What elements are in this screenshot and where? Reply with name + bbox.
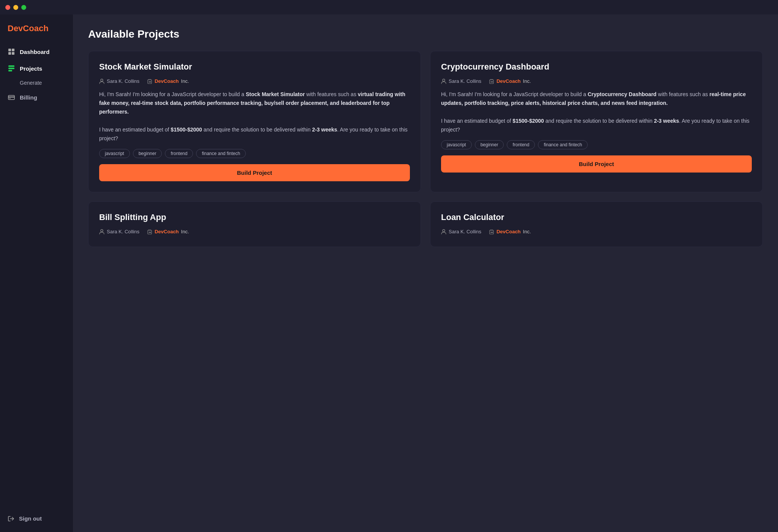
card-company: DevCoach Inc. (489, 78, 531, 84)
card-author: Sara K. Collins (99, 78, 139, 84)
card-author: Sara K. Collins (99, 228, 139, 234)
person-icon (99, 228, 104, 234)
company-brand: DevCoach (155, 78, 179, 84)
page-title: Available Projects (88, 28, 763, 40)
svg-rect-25 (492, 232, 493, 233)
grid-icon (8, 48, 15, 55)
svg-rect-24 (491, 232, 492, 233)
svg-point-18 (101, 230, 103, 232)
svg-rect-21 (150, 232, 151, 233)
budget-middle: and require the solution to be delivered… (544, 118, 654, 124)
person-icon (441, 78, 446, 84)
project-card-loan-calculator: Loan Calculator Sara K. Collins (430, 201, 763, 247)
card-body: Hi, I'm Sarah! I'm looking for a JavaScr… (99, 90, 410, 143)
building-icon (489, 78, 494, 84)
sidebar-item-dashboard[interactable]: Dashboard (0, 44, 73, 59)
tag-javascript: javascript (99, 149, 130, 158)
budget-amount: $1500-$2000 (171, 127, 202, 133)
author-name: Sara K. Collins (107, 78, 139, 84)
tag-frontend: frontend (165, 149, 193, 158)
tag-finance: finance and fintech (538, 140, 588, 149)
logo-coach: Coach (23, 24, 48, 33)
sidebar-item-projects[interactable]: Projects (0, 61, 73, 76)
tag-beginner: beginner (133, 149, 162, 158)
card-company: DevCoach Inc. (489, 228, 531, 234)
budget-intro: I have an estimated budget of (441, 118, 512, 124)
desc-bold1: Cryptocurrency Dashboard (588, 91, 656, 97)
signout-icon (8, 515, 14, 522)
svg-rect-17 (492, 81, 493, 82)
author-name: Sara K. Collins (107, 229, 139, 234)
desc-middle: with features such as (656, 91, 709, 97)
svg-rect-12 (149, 81, 150, 82)
card-tags: javascript beginner frontend finance and… (99, 149, 410, 158)
svg-rect-8 (8, 97, 14, 98)
build-project-button[interactable]: Build Project (99, 164, 410, 181)
card-body: Hi, I'm Sarah! I'm looking for a JavaScr… (441, 90, 752, 134)
company-brand: DevCoach (155, 229, 179, 234)
sidebar-nav: Dashboard Projects Generate (0, 44, 73, 511)
svg-rect-5 (8, 68, 14, 69)
projects-icon (8, 65, 15, 72)
svg-point-10 (101, 79, 103, 81)
svg-rect-6 (8, 70, 12, 71)
building-icon (489, 228, 494, 234)
card-tags: javascript beginner frontend finance and… (441, 140, 752, 149)
company-suffix: Inc. (523, 229, 531, 234)
sidebar: DevCoach Dashboard (0, 14, 73, 532)
author-name: Sara K. Collins (449, 229, 481, 234)
card-meta: Sara K. Collins DevCoach Inc. (99, 78, 410, 84)
svg-rect-2 (8, 52, 11, 55)
card-company: DevCoach Inc. (147, 78, 189, 84)
tag-javascript: javascript (441, 140, 472, 149)
titlebar (0, 0, 778, 14)
card-meta: Sara K. Collins DevCoach Inc. (441, 228, 752, 234)
svg-point-22 (443, 230, 445, 232)
billing-icon (8, 93, 15, 101)
budget-amount: $1500-$2000 (512, 118, 544, 124)
building-icon (147, 228, 152, 234)
logo-dev: Dev (8, 24, 23, 33)
svg-point-14 (443, 79, 445, 81)
company-suffix: Inc. (181, 229, 189, 234)
svg-rect-13 (150, 81, 151, 82)
card-title: Bill Splitting App (99, 212, 410, 222)
card-title: Cryptocurrency Dashboard (441, 62, 752, 72)
tag-finance: finance and fintech (196, 149, 246, 158)
svg-rect-3 (12, 52, 14, 55)
sidebar-item-signout[interactable]: Sign out (0, 511, 73, 526)
main-content: Available Projects Stock Market Simulato… (73, 14, 778, 532)
sidebar-item-billing[interactable]: Billing (0, 90, 73, 105)
desc-intro: Hi, I'm Sarah! I'm looking for a JavaScr… (99, 91, 246, 97)
sidebar-signout-label: Sign out (19, 515, 42, 522)
budget-intro: I have an estimated budget of (99, 127, 171, 133)
sidebar-item-generate[interactable]: Generate (0, 78, 73, 88)
minimize-button[interactable] (13, 5, 18, 10)
budget-timeline: 2-3 weeks (312, 127, 337, 133)
tag-beginner: beginner (475, 140, 504, 149)
project-card-cryptocurrency-dashboard: Cryptocurrency Dashboard Sara K. Collins (430, 51, 763, 192)
build-project-button[interactable]: Build Project (441, 155, 752, 173)
desc-middle: with features such as (305, 91, 357, 97)
card-title: Loan Calculator (441, 212, 752, 222)
company-brand: DevCoach (497, 78, 521, 84)
close-button[interactable] (5, 5, 10, 10)
logo: DevCoach (0, 24, 73, 44)
budget-timeline: 2-3 weeks (654, 118, 679, 124)
budget-middle: and require the solution to be delivered… (202, 127, 312, 133)
maximize-button[interactable] (21, 5, 26, 10)
company-suffix: Inc. (181, 78, 189, 84)
sidebar-dashboard-label: Dashboard (20, 49, 49, 55)
company-suffix: Inc. (523, 78, 531, 84)
projects-grid: Stock Market Simulator Sara K. Collins (88, 51, 763, 247)
sidebar-projects-label: Projects (20, 65, 42, 72)
svg-rect-20 (149, 232, 150, 233)
project-card-stock-market-simulator: Stock Market Simulator Sara K. Collins (88, 51, 421, 192)
building-icon (147, 78, 152, 84)
svg-rect-1 (12, 49, 14, 51)
card-meta: Sara K. Collins DevCoach Inc. (99, 228, 410, 234)
desc-intro: Hi, I'm Sarah! I'm looking for a JavaScr… (441, 91, 588, 97)
card-author: Sara K. Collins (441, 228, 481, 234)
card-title: Stock Market Simulator (99, 62, 410, 72)
tag-frontend: frontend (507, 140, 535, 149)
